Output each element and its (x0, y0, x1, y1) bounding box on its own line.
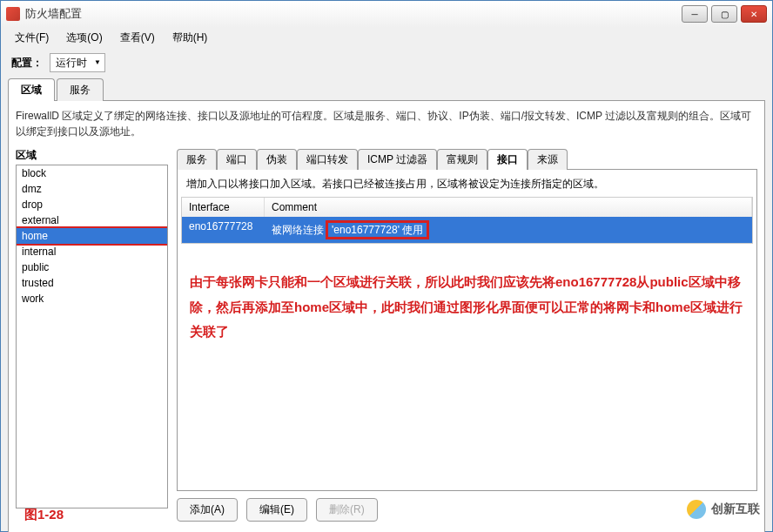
zone-item-work[interactable]: work (17, 291, 167, 306)
delete-button[interactable]: 删除(R) (316, 498, 378, 522)
annotation-text: 由于每张网卡只能和一个区域进行关联，所以此时我们应该先将eno16777728从… (181, 244, 753, 354)
edit-button[interactable]: 编辑(E) (246, 498, 307, 522)
titlebar: 防火墙配置 ─ ▢ ✕ (1, 1, 772, 27)
menubar: 文件(F) 选项(O) 查看(V) 帮助(H) (1, 27, 772, 48)
iface-comment-part1: 被网络连接 (272, 223, 324, 238)
menu-view[interactable]: 查看(V) (113, 29, 162, 47)
zone-item-home[interactable]: home (16, 226, 168, 246)
watermark-text: 创新互联 (711, 502, 760, 517)
zone-item-block[interactable]: block (17, 165, 167, 181)
col-comment-header[interactable]: Comment (265, 198, 752, 217)
window-title: 防火墙配置 (25, 6, 82, 22)
subtab-fwd[interactable]: 端口转发 (297, 149, 358, 170)
iface-comment-highlight: 'eno16777728' 使用 (326, 220, 429, 239)
subtab-port[interactable]: 端口 (217, 149, 257, 170)
add-button[interactable]: 添加(A) (177, 498, 238, 522)
subtab-rich[interactable]: 富规则 (437, 149, 487, 170)
menu-help[interactable]: 帮助(H) (165, 29, 215, 47)
tab-service[interactable]: 服务 (57, 78, 104, 101)
minimize-button[interactable]: ─ (682, 5, 708, 23)
menu-options[interactable]: 选项(O) (59, 29, 109, 47)
config-label: 配置： (11, 56, 43, 71)
zone-description: FirewallD 区域定义了绑定的网络连接、接口以及源地址的可信程度。区域是服… (16, 108, 757, 139)
tab-zone[interactable]: 区域 (8, 78, 55, 101)
config-select[interactable]: 运行时 (50, 53, 105, 72)
zone-item-dmz[interactable]: dmz (17, 181, 167, 197)
zone-list[interactable]: block dmz drop external home internal pu… (16, 165, 168, 508)
iface-description: 增加入口以将接口加入区域。若接口已经被连接占用，区域将被设定为连接所指定的区域。 (186, 177, 748, 192)
watermark-icon (687, 500, 706, 519)
zone-item-internal[interactable]: internal (17, 244, 167, 259)
maximize-button[interactable]: ▢ (711, 5, 737, 23)
zone-item-trusted[interactable]: trusted (17, 275, 167, 291)
firewall-icon (6, 7, 20, 21)
subtab-masq[interactable]: 伪装 (257, 149, 297, 170)
window: 防火墙配置 ─ ▢ ✕ 文件(F) 选项(O) 查看(V) 帮助(H) 配置： … (0, 0, 773, 532)
iface-name: eno16777728 (182, 217, 265, 243)
zone-item-public[interactable]: public (17, 259, 167, 275)
subtab-iface[interactable]: 接口 (487, 149, 528, 170)
menu-file[interactable]: 文件(F) (8, 29, 56, 47)
figure-label: 图1-28 (24, 507, 64, 523)
watermark: 创新互联 (687, 500, 760, 519)
subtab-icmp[interactable]: ICMP 过滤器 (358, 149, 437, 170)
col-interface-header[interactable]: Interface (182, 198, 265, 217)
zone-item-drop[interactable]: drop (17, 197, 167, 212)
zone-list-label: 区域 (16, 148, 168, 163)
subtab-src[interactable]: 来源 (528, 149, 568, 170)
iface-table: Interface Comment eno16777728 被网络连接 'eno… (181, 197, 753, 244)
close-button[interactable]: ✕ (741, 5, 767, 23)
iface-row[interactable]: eno16777728 被网络连接 'eno16777728' 使用 (182, 217, 752, 243)
subtab-service[interactable]: 服务 (177, 149, 217, 170)
